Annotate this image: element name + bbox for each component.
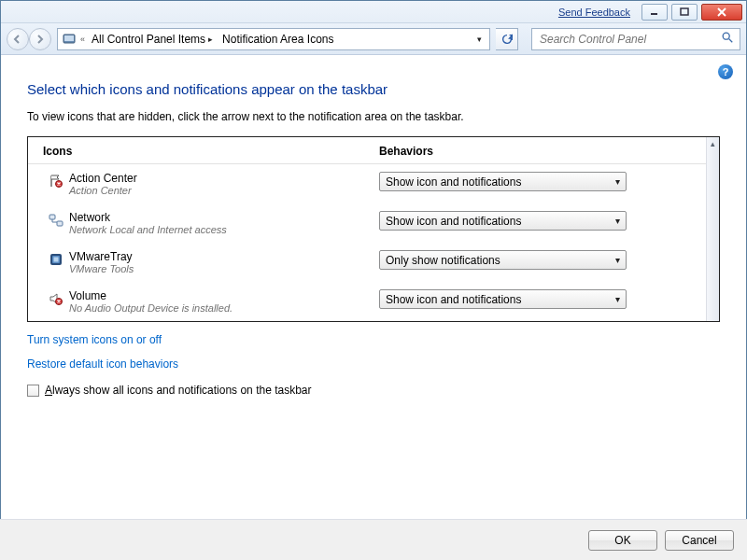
minimize-button[interactable] [641,4,668,21]
network-icon [49,213,63,228]
table-row: VMwareTray VMware Tools Only show notifi… [28,243,706,282]
table-row: Action Center Action Center Show icon an… [28,164,706,203]
search-box[interactable] [531,28,740,50]
always-show-checkbox-row: Always show all icons and notifications … [27,384,720,397]
bottom-bar: OK Cancel [0,519,747,560]
search-icon[interactable] [721,31,734,47]
table-row: Volume No Audio Output Device is install… [28,282,706,321]
cancel-button[interactable]: Cancel [665,530,734,551]
svg-rect-10 [57,221,63,226]
back-button[interactable] [7,28,29,50]
breadcrumb-current-label: Notification Area Icons [222,33,333,46]
send-feedback-link[interactable]: Send Feedback [558,7,630,18]
address-dropdown-icon[interactable]: ▾ [473,35,486,44]
row-sub: Action Center [69,185,379,196]
svg-rect-1 [681,8,688,15]
system-icons-link[interactable]: Turn system icons on or off [27,333,162,346]
ok-button[interactable]: OK [588,530,657,551]
row-name: Volume [69,289,379,302]
always-show-label: Always show all icons and notifications … [45,384,312,397]
row-name: Action Center [69,172,379,185]
svg-point-6 [723,33,729,39]
address-bar[interactable]: « All Control Panel Items ▸ Notification… [57,28,490,50]
svg-line-7 [729,39,733,43]
behavior-select[interactable]: Show icon and notifications [379,211,627,231]
svg-rect-5 [64,35,74,41]
breadcrumb-current[interactable]: Notification Area Icons [219,31,336,48]
content-pane: ? Select which icons and notifications a… [1,55,746,520]
chevron-left-icon: « [80,35,85,44]
forward-button[interactable] [29,28,51,50]
vmware-icon [49,252,63,267]
refresh-button[interactable] [496,28,518,50]
maximize-button[interactable] [671,4,698,21]
behavior-select-label: Only show notifications [386,254,500,267]
behavior-select-label: Show icon and notifications [386,175,521,189]
page-title: Select which icons and notifications app… [27,81,720,97]
behavior-select[interactable]: Show icon and notifications [379,172,627,191]
always-show-checkbox[interactable] [27,385,39,397]
titlebar: Send Feedback [1,1,746,23]
row-name: Network [69,211,379,224]
row-name: VMwareTray [69,250,379,263]
help-icon[interactable]: ? [718,64,733,79]
chevron-right-icon: ▸ [208,35,213,44]
breadcrumb-parent[interactable]: All Control Panel Items ▸ [89,31,216,48]
search-input[interactable] [538,32,721,47]
icons-table: ▴ Icons Behaviors Action Center Action C… [27,136,720,322]
restore-defaults-link[interactable]: Restore default icon behaviors [27,357,178,371]
close-button[interactable] [701,4,742,21]
row-sub: VMware Tools [69,263,379,274]
svg-rect-13 [54,258,59,262]
page-description: To view icons that are hidden, click the… [27,110,720,123]
table-row: Network Network Local and Internet acces… [28,203,706,243]
behavior-select[interactable]: Show icon and notifications [379,289,627,309]
header-icons: Icons [43,145,379,158]
svg-rect-9 [49,215,55,219]
control-panel-icon [62,32,77,47]
row-sub: No Audio Output Device is installed. [69,302,379,314]
volume-icon [49,291,63,306]
header-behaviors: Behaviors [379,145,433,158]
scrollbar[interactable]: ▴ [706,137,719,321]
breadcrumb-parent-label: All Control Panel Items [92,33,205,46]
behavior-select-label: Show icon and notifications [386,215,521,228]
scroll-up-icon[interactable]: ▴ [707,137,719,150]
row-sub: Network Local and Internet access [69,224,379,235]
navbar: « All Control Panel Items ▸ Notification… [1,23,746,55]
behavior-select-label: Show icon and notifications [386,293,521,306]
behavior-select[interactable]: Only show notifications [379,250,627,270]
flag-icon [49,174,63,189]
